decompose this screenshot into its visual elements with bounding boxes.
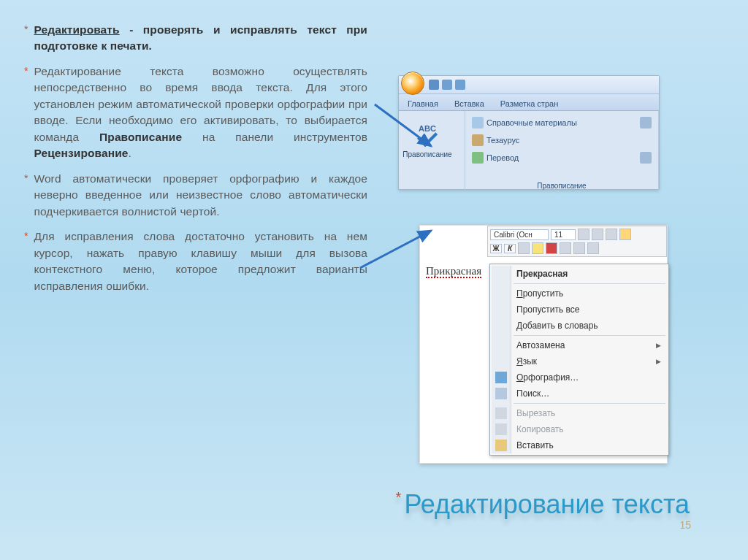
bullet-item: * Редактировать - проверять и исправлять… (24, 22, 367, 55)
bullet-text: Word автоматически проверяет орфографию … (34, 171, 367, 220)
paste-item[interactable]: Вставить (492, 437, 667, 453)
cut-item: Вырезать (492, 405, 667, 421)
find-item[interactable]: Поиск… (492, 386, 667, 402)
grow-font-icon[interactable] (578, 229, 589, 240)
thesaurus-icon (472, 134, 484, 146)
undo-icon[interactable] (442, 80, 452, 90)
bullet-text: Редактирование текста возможно осуществл… (34, 64, 367, 162)
ribbon-tabs: Главная Вставка Разметка стран (399, 94, 659, 111)
bullets-icon[interactable] (587, 242, 599, 254)
lead-term: Редактировать (34, 23, 119, 36)
globe-icon (472, 152, 484, 164)
language-item[interactable]: Язык▶ (492, 353, 667, 369)
separator (514, 335, 665, 336)
separator (514, 283, 665, 284)
highlight-icon[interactable] (532, 242, 543, 254)
spelling-item[interactable]: Орфография… (492, 369, 667, 386)
font-color-icon[interactable] (546, 242, 557, 254)
change-case-icon[interactable] (606, 229, 617, 240)
bullet-list: * Редактировать - проверять и исправлять… (24, 22, 367, 303)
submenu-arrow-icon: ▶ (656, 342, 661, 349)
align-icon[interactable] (518, 242, 530, 254)
page-number: 15 (679, 519, 691, 531)
indent-dec-icon[interactable] (560, 242, 571, 254)
abc-small-icon (640, 152, 652, 164)
bullet-star-icon: * (24, 22, 28, 55)
bullet-star-icon: * (24, 64, 28, 162)
bullet-star-icon: * (24, 171, 28, 220)
tab-insert[interactable]: Вставка (451, 97, 487, 110)
bullet-text: Редактировать - проверять и исправлять т… (34, 22, 367, 55)
book-icon (472, 117, 484, 129)
slide-title: *Редактирование текста (396, 489, 690, 520)
skip-item[interactable]: Пропустить (492, 285, 667, 302)
italic-button[interactable]: К (504, 244, 516, 253)
font-size-field[interactable]: 11 (551, 229, 576, 240)
ribbon-titlebar (399, 76, 659, 94)
format-painter-icon[interactable] (619, 229, 631, 240)
save-icon[interactable] (429, 80, 439, 90)
ribbon-group-reference: Справочные материалы Тезаурус Перевод Пр… (465, 111, 659, 191)
research-icon (640, 117, 652, 129)
suggestion-item[interactable]: Прекрасная (492, 266, 667, 282)
redo-icon[interactable] (455, 80, 465, 90)
bullet-item: * Word автоматически проверяет орфографи… (24, 171, 367, 220)
spelling-button[interactable]: ABC Правописание (403, 114, 451, 158)
submenu-arrow-icon: ▶ (656, 358, 661, 365)
bold-button[interactable]: Ж (490, 244, 502, 253)
bullet-item: * Для исправления слова достаточно устан… (24, 229, 367, 294)
thesaurus-button[interactable]: Тезаурус (470, 131, 654, 149)
misspelled-word: Прикрасная (426, 265, 481, 277)
bullet-text: Для исправления слова достаточно установ… (34, 229, 367, 294)
ribbon-group-spelling: ABC Правописание (399, 111, 465, 191)
spellcheck-illustration: Calibri (Осн 11 Ж К Прикрасная Прекрасна… (419, 225, 668, 464)
spelling-button-label: Правописание (402, 150, 451, 158)
skip-all-item[interactable]: Пропустить все (492, 302, 667, 318)
indent-inc-icon[interactable] (573, 242, 585, 254)
copy-item: Копировать (492, 421, 667, 437)
translate-button[interactable]: Перевод (470, 149, 654, 166)
ref-materials-button[interactable]: Справочные материалы (470, 114, 654, 131)
copy-icon (495, 423, 507, 435)
mini-toolbar: Calibri (Осн 11 Ж К (487, 226, 667, 257)
abc-check-icon (495, 372, 507, 383)
bullet-star-icon: * (24, 229, 28, 294)
abc-check-icon: ABC (411, 117, 443, 149)
autocorrect-item[interactable]: Автозамена▶ (492, 337, 667, 353)
context-menu: Прекрасная Пропустить Пропустить все Доб… (489, 264, 669, 456)
bullet-item: * Редактирование текста возможно осущест… (24, 64, 367, 162)
ribbon-body: ABC Правописание Справочные материалы Те… (399, 111, 659, 191)
scissors-icon (495, 407, 507, 419)
tab-layout[interactable]: Разметка стран (497, 97, 561, 110)
font-name-field[interactable]: Calibri (Осн (490, 229, 549, 240)
add-to-dict-item[interactable]: Добавить в словарь (492, 318, 667, 334)
search-icon (495, 388, 507, 399)
title-star-icon: * (396, 489, 402, 505)
shrink-font-icon[interactable] (592, 229, 603, 240)
office-button-icon[interactable] (401, 72, 424, 95)
separator (514, 403, 665, 404)
quick-access-toolbar (429, 80, 465, 90)
tab-home[interactable]: Главная (405, 97, 441, 110)
paste-icon (495, 440, 507, 451)
ribbon-illustration: Главная Вставка Разметка стран ABC Право… (398, 75, 660, 190)
group-label: Правописание (465, 182, 658, 190)
